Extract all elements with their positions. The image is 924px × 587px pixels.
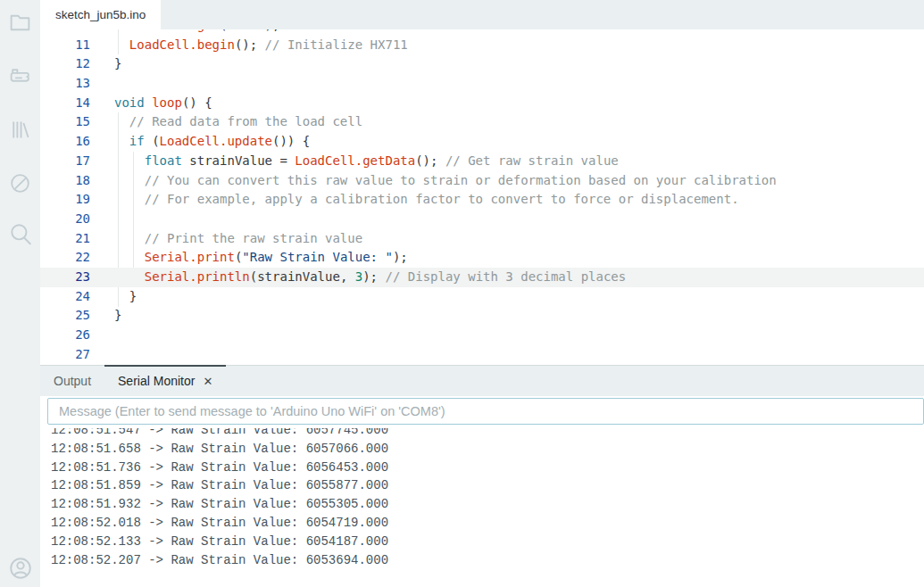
code-text: // Print the raw strain value bbox=[97, 229, 362, 249]
code-line[interactable]: 27 bbox=[40, 345, 924, 365]
panel-tab-label: Output bbox=[54, 374, 91, 388]
line-number: 20 bbox=[40, 210, 97, 229]
active-tab-indicator bbox=[104, 365, 226, 367]
serial-output-line: 12:08:51.932 -> Raw Strain Value: 605530… bbox=[51, 495, 924, 514]
code-line[interactable]: 10 Serial.begin(57600); bbox=[40, 29, 924, 36]
line-number: 26 bbox=[40, 326, 97, 345]
line-number: 15 bbox=[40, 112, 97, 132]
serial-output-line: 12:08:52.207 -> Raw Strain Value: 605369… bbox=[51, 551, 924, 570]
bottom-panel: OutputSerial Monitor✕ 12:08:51.547 -> Ra… bbox=[40, 365, 924, 587]
line-number: 19 bbox=[40, 190, 97, 210]
code-text bbox=[97, 345, 114, 365]
code-line[interactable]: 18 // You can convert this raw value to … bbox=[40, 171, 924, 191]
serial-message-input[interactable] bbox=[47, 398, 924, 425]
code-text: // For example, apply a calibration fact… bbox=[97, 190, 739, 210]
code-text: Serial.begin(57600); bbox=[97, 29, 279, 36]
line-number: 21 bbox=[40, 229, 97, 249]
activity-bar bbox=[0, 0, 40, 587]
code-line[interactable]: 12} bbox=[40, 54, 924, 74]
code-text: float strainValue = LoadCell.getData(); … bbox=[97, 152, 619, 171]
line-number: 24 bbox=[40, 287, 97, 307]
code-text: if (LoadCell.update()) { bbox=[97, 132, 310, 152]
code-line[interactable]: 22 Serial.print("Raw Strain Value: "); bbox=[40, 248, 924, 268]
code-editor[interactable]: 10 Serial.begin(57600);11 LoadCell.begin… bbox=[40, 29, 924, 365]
serial-output-line: 12:08:52.018 -> Raw Strain Value: 605471… bbox=[51, 514, 924, 533]
line-number: 10 bbox=[40, 29, 97, 36]
code-lines: 10 Serial.begin(57600);11 LoadCell.begin… bbox=[40, 29, 924, 364]
code-text: void loop() { bbox=[97, 94, 212, 113]
serial-output-line: 12:08:51.547 -> Raw Strain Value: 605774… bbox=[51, 428, 924, 440]
code-line[interactable]: 11 LoadCell.begin(); // Initialize HX711 bbox=[40, 36, 924, 55]
editor-tabbar: sketch_jun5b.ino bbox=[40, 0, 924, 29]
code-line[interactable]: 20 bbox=[40, 210, 924, 229]
code-line[interactable]: 16 if (LoadCell.update()) { bbox=[40, 132, 924, 152]
code-line[interactable]: 17 float strainValue = LoadCell.getData(… bbox=[40, 152, 924, 171]
serial-monitor-output: 12:08:51.547 -> Raw Strain Value: 605774… bbox=[40, 428, 924, 587]
serial-output-line: 12:08:51.736 -> Raw Strain Value: 605645… bbox=[51, 459, 924, 477]
code-text: // Read data from the load cell bbox=[97, 112, 362, 132]
code-line[interactable]: 13 bbox=[40, 74, 924, 94]
boards-manager-icon[interactable] bbox=[0, 55, 40, 96]
line-number: 16 bbox=[40, 132, 97, 152]
library-manager-icon[interactable] bbox=[0, 109, 40, 150]
line-number: 14 bbox=[40, 94, 97, 113]
line-number: 27 bbox=[40, 345, 97, 365]
arduino-ide-window: sketch_jun5b.ino 10 Serial.begin(57600);… bbox=[0, 0, 924, 587]
code-text: Serial.print("Raw Strain Value: "); bbox=[97, 248, 408, 268]
code-line[interactable]: 21 // Print the raw strain value bbox=[40, 229, 924, 249]
line-number: 25 bbox=[40, 306, 97, 326]
code-text bbox=[97, 74, 114, 94]
code-text bbox=[97, 210, 114, 229]
panel-tab-output[interactable]: Output bbox=[40, 366, 104, 396]
line-number: 17 bbox=[40, 152, 97, 171]
tab-label: sketch_jun5b.ino bbox=[55, 8, 146, 21]
tab-sketch-jun5b[interactable]: sketch_jun5b.ino bbox=[40, 0, 161, 29]
code-text: Serial.println(strainValue, 3); // Displ… bbox=[97, 268, 626, 287]
debug-icon[interactable] bbox=[0, 162, 40, 203]
code-text bbox=[97, 326, 114, 345]
panel-tab-serial-monitor[interactable]: Serial Monitor✕ bbox=[104, 366, 226, 396]
code-line[interactable]: 23 Serial.println(strainValue, 3); // Di… bbox=[40, 268, 924, 287]
account-icon[interactable] bbox=[0, 548, 40, 587]
code-line[interactable]: 24 } bbox=[40, 287, 924, 307]
serial-output-line: 12:08:52.133 -> Raw Strain Value: 605418… bbox=[51, 533, 924, 551]
serial-output-line: 12:08:51.658 -> Raw Strain Value: 605706… bbox=[51, 440, 924, 459]
code-text: // You can convert this raw value to str… bbox=[97, 171, 777, 191]
serial-output-line: 12:08:51.859 -> Raw Strain Value: 605587… bbox=[51, 476, 924, 495]
code-line[interactable]: 15 // Read data from the load cell bbox=[40, 112, 924, 132]
code-line[interactable]: 14void loop() { bbox=[40, 94, 924, 113]
line-number: 23 bbox=[40, 268, 97, 287]
line-number: 22 bbox=[40, 248, 97, 268]
line-number: 11 bbox=[40, 36, 97, 55]
code-text: } bbox=[97, 54, 121, 74]
sketchbook-folder-icon[interactable] bbox=[0, 2, 40, 43]
close-icon[interactable]: ✕ bbox=[203, 375, 212, 388]
serial-message-row bbox=[40, 396, 924, 426]
code-text: LoadCell.begin(); // Initialize HX711 bbox=[97, 36, 408, 55]
line-number: 18 bbox=[40, 171, 97, 191]
code-text: } bbox=[97, 287, 137, 307]
code-line[interactable]: 19 // For example, apply a calibration f… bbox=[40, 190, 924, 210]
search-icon[interactable] bbox=[0, 214, 40, 255]
line-number: 12 bbox=[40, 54, 97, 74]
panel-tab-label: Serial Monitor bbox=[118, 374, 195, 388]
code-line[interactable]: 25} bbox=[40, 306, 924, 326]
panel-tabbar: OutputSerial Monitor✕ bbox=[40, 366, 924, 396]
code-text: } bbox=[97, 306, 121, 326]
line-number: 13 bbox=[40, 74, 97, 94]
code-line[interactable]: 26 bbox=[40, 326, 924, 345]
